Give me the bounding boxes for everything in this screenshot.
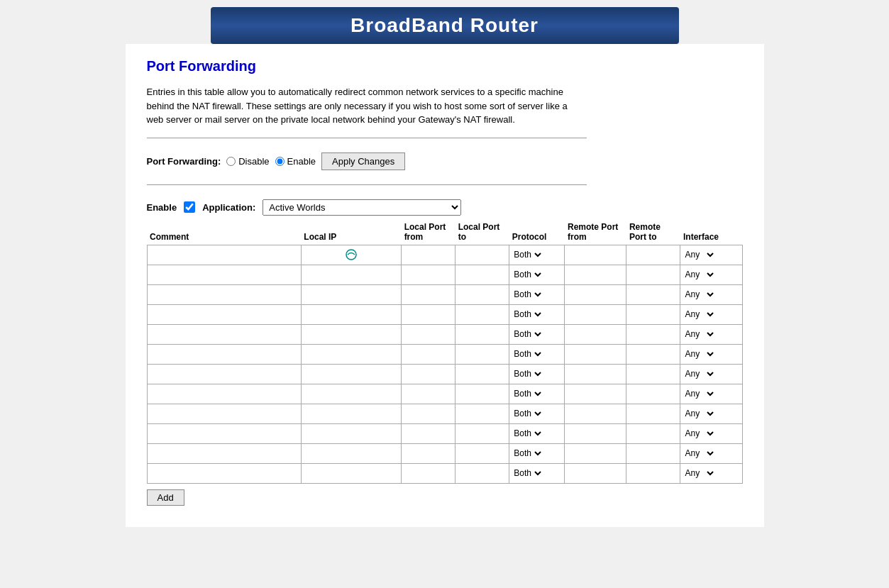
local-port-to-input[interactable]: [457, 465, 507, 481]
protocol-select[interactable]: BothTCPUDP: [511, 249, 543, 260]
remote-port-from-input[interactable]: [566, 366, 624, 382]
remote-port-to-input[interactable]: [628, 426, 678, 441]
remote-port-from-input[interactable]: [566, 326, 624, 342]
comment-input[interactable]: [149, 247, 299, 262]
protocol-select[interactable]: BothTCPUDP: [511, 309, 543, 320]
interface-select[interactable]: AnyWANLAN: [682, 368, 716, 379]
interface-select[interactable]: AnyWANLAN: [682, 467, 716, 479]
local-port-to-input[interactable]: [457, 406, 507, 421]
comment-input[interactable]: [149, 366, 299, 382]
local-ip-input[interactable]: [303, 406, 399, 421]
local-port-from-input[interactable]: [403, 426, 453, 441]
local-ip-input[interactable]: [303, 386, 399, 401]
local-port-from-input[interactable]: [403, 445, 453, 461]
protocol-select[interactable]: BothTCPUDP: [511, 328, 543, 340]
comment-input[interactable]: [149, 267, 299, 282]
protocol-select[interactable]: BothTCPUDP: [511, 388, 543, 399]
remote-port-from-input[interactable]: [566, 465, 624, 481]
local-port-to-input[interactable]: [457, 287, 507, 302]
protocol-select[interactable]: BothTCPUDP: [511, 289, 543, 300]
remote-port-from-input[interactable]: [566, 267, 624, 282]
comment-input[interactable]: [149, 406, 299, 421]
local-ip-input[interactable]: [303, 326, 399, 342]
local-ip-input[interactable]: [303, 445, 399, 461]
remote-port-to-input[interactable]: [628, 406, 678, 421]
local-port-from-input[interactable]: [403, 306, 453, 322]
local-port-from-input[interactable]: [403, 366, 453, 382]
protocol-select[interactable]: BothTCPUDP: [511, 428, 543, 439]
local-port-to-input[interactable]: [457, 346, 507, 362]
local-port-from-input[interactable]: [403, 465, 453, 481]
local-port-from-input[interactable]: [403, 346, 453, 362]
protocol-select[interactable]: BothTCPUDP: [511, 448, 543, 459]
enable-radio-label[interactable]: Enable: [275, 156, 316, 167]
local-port-from-input[interactable]: [403, 247, 453, 262]
protocol-select[interactable]: BothTCPUDP: [511, 467, 543, 479]
remote-port-to-input[interactable]: [628, 465, 678, 481]
remote-port-from-input[interactable]: [566, 386, 624, 401]
interface-select[interactable]: AnyWANLAN: [682, 448, 716, 459]
comment-input[interactable]: [149, 445, 299, 461]
comment-input[interactable]: [149, 287, 299, 302]
interface-select[interactable]: AnyWANLAN: [682, 408, 716, 419]
local-ip-input[interactable]: [303, 346, 399, 362]
protocol-select[interactable]: BothTCPUDP: [511, 269, 543, 280]
interface-select[interactable]: AnyWANLAN: [682, 289, 716, 300]
comment-input[interactable]: [149, 386, 299, 401]
remote-port-from-input[interactable]: [566, 287, 624, 302]
local-ip-input[interactable]: [303, 366, 399, 382]
local-port-to-input[interactable]: [457, 247, 507, 262]
local-ip-input[interactable]: [303, 426, 399, 441]
apply-changes-button[interactable]: Apply Changes: [321, 152, 405, 170]
local-port-from-input[interactable]: [403, 386, 453, 401]
remote-port-from-input[interactable]: [566, 406, 624, 421]
local-port-to-input[interactable]: [457, 366, 507, 382]
local-port-to-input[interactable]: [457, 426, 507, 441]
local-port-from-input[interactable]: [403, 326, 453, 342]
remote-port-from-input[interactable]: [566, 445, 624, 461]
remote-port-from-input[interactable]: [566, 247, 624, 262]
comment-input[interactable]: [149, 326, 299, 342]
interface-select[interactable]: AnyWANLAN: [682, 309, 716, 320]
disable-radio[interactable]: [226, 157, 236, 166]
local-port-to-input[interactable]: [457, 306, 507, 322]
local-port-to-input[interactable]: [457, 445, 507, 461]
local-port-to-input[interactable]: [457, 267, 507, 282]
remote-port-to-input[interactable]: [628, 267, 678, 282]
interface-select[interactable]: AnyWANLAN: [682, 428, 716, 439]
remote-port-to-input[interactable]: [628, 326, 678, 342]
local-port-from-input[interactable]: [403, 267, 453, 282]
comment-input[interactable]: [149, 346, 299, 362]
comment-input[interactable]: [149, 306, 299, 322]
comment-input[interactable]: [149, 465, 299, 481]
comment-input[interactable]: [149, 426, 299, 441]
interface-select[interactable]: AnyWANLAN: [682, 249, 716, 260]
local-ip-input[interactable]: [303, 465, 399, 481]
enable-radio[interactable]: [275, 157, 285, 166]
protocol-select[interactable]: BothTCPUDP: [511, 408, 543, 419]
application-select[interactable]: Active Worlds AIM Talk AIM Age of Empire…: [263, 199, 461, 216]
remote-port-from-input[interactable]: [566, 346, 624, 362]
disable-radio-label[interactable]: Disable: [226, 156, 269, 167]
add-button[interactable]: Add: [147, 489, 184, 506]
local-ip-input[interactable]: [303, 287, 399, 302]
local-port-from-input[interactable]: [403, 406, 453, 421]
protocol-select[interactable]: BothTCPUDP: [511, 368, 543, 379]
interface-select[interactable]: AnyWANLAN: [682, 269, 716, 280]
remote-port-to-input[interactable]: [628, 247, 678, 262]
enable-checkbox[interactable]: [184, 201, 195, 213]
interface-select[interactable]: AnyWANLAN: [682, 388, 716, 399]
remote-port-to-input[interactable]: [628, 306, 678, 322]
remote-port-to-input[interactable]: [628, 346, 678, 362]
local-ip-input[interactable]: [303, 267, 399, 282]
interface-select[interactable]: AnyWANLAN: [682, 328, 716, 340]
remote-port-from-input[interactable]: [566, 306, 624, 322]
remote-port-to-input[interactable]: [628, 386, 678, 401]
remote-port-to-input[interactable]: [628, 287, 678, 302]
protocol-select[interactable]: BothTCPUDP: [511, 348, 543, 360]
local-port-to-input[interactable]: [457, 326, 507, 342]
local-port-to-input[interactable]: [457, 386, 507, 401]
remote-port-to-input[interactable]: [628, 445, 678, 461]
local-ip-input[interactable]: [303, 306, 399, 322]
local-port-from-input[interactable]: [403, 287, 453, 302]
